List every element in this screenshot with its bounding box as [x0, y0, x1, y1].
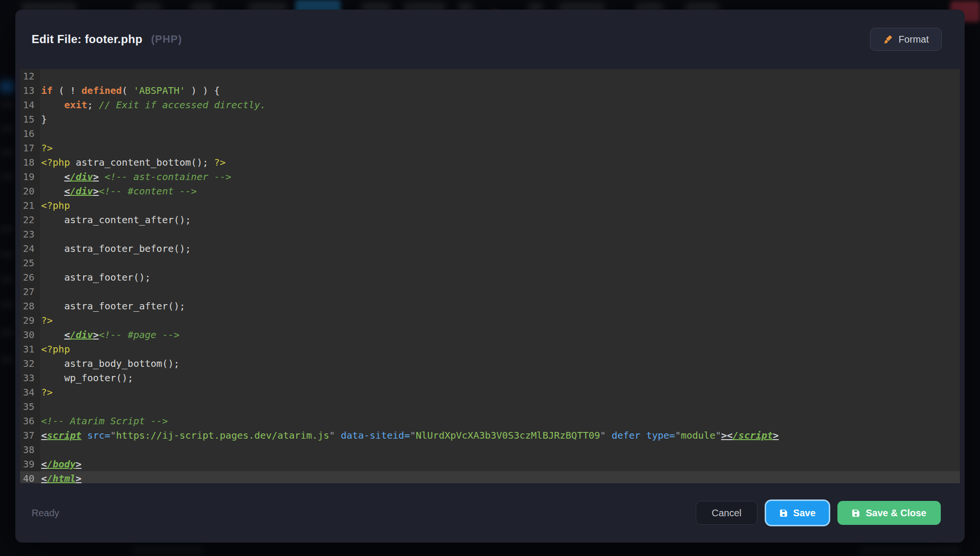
line-number: 14	[20, 98, 40, 112]
format-button[interactable]: Format	[870, 28, 942, 51]
line-number: 21	[20, 198, 40, 213]
code-line[interactable]: 31<?php	[20, 342, 960, 356]
line-content	[40, 399, 960, 414]
line-number: 17	[20, 141, 40, 155]
line-number: 25	[20, 256, 40, 270]
code-line[interactable]: 18<?php astra_content_bottom(); ?>	[20, 155, 960, 170]
line-content: astra_footer_before();	[40, 241, 960, 256]
status-text: Ready	[32, 508, 59, 519]
dialog-title: Edit File: footer.php	[32, 33, 143, 46]
code-line[interactable]: 25	[20, 256, 960, 270]
line-content: }	[40, 112, 960, 126]
line-number: 38	[20, 443, 40, 457]
line-content: </body>	[40, 457, 960, 471]
code-line[interactable]: 26 astra_footer();	[20, 270, 960, 284]
line-number: 18	[20, 155, 40, 170]
code-line[interactable]: 24 astra_footer_before();	[20, 241, 960, 256]
line-number: 35	[20, 399, 40, 414]
line-number: 22	[20, 213, 40, 227]
code-line[interactable]: 29?>	[20, 313, 960, 328]
line-number: 40	[20, 471, 40, 483]
code-line[interactable]: 21<?php	[20, 198, 960, 213]
code-line[interactable]: 13if ( ! defined( 'ABSPATH' ) ) {	[20, 83, 960, 98]
code-line[interactable]: 14 exit; // Exit if accessed directly.	[20, 98, 960, 112]
line-content: astra_footer();	[40, 270, 960, 284]
code-line[interactable]: 17?>	[20, 141, 960, 155]
save-close-button-label: Save & Close	[866, 508, 926, 519]
line-number: 29	[20, 313, 40, 328]
code-editor[interactable]: 1213if ( ! defined( 'ABSPATH' ) ) {14 ex…	[20, 69, 960, 483]
line-number: 27	[20, 284, 40, 299]
code-line[interactable]: 37<script src="https://ij-script.pages.d…	[20, 428, 960, 443]
code-line[interactable]: 35	[20, 399, 960, 414]
line-number: 12	[20, 69, 40, 83]
line-content: wp_footer();	[40, 371, 960, 385]
code-line[interactable]: 27	[20, 284, 960, 299]
code-line[interactable]: 32 astra_body_bottom();	[20, 356, 960, 371]
line-number: 30	[20, 328, 40, 342]
line-content: <?php astra_content_bottom(); ?>	[40, 155, 960, 170]
cancel-button[interactable]: Cancel	[696, 501, 757, 525]
save-close-button[interactable]: Save & Close	[837, 501, 941, 525]
line-content: </div> <!-- ast-container -->	[40, 170, 960, 184]
line-number: 13	[20, 83, 40, 98]
save-button-label: Save	[793, 508, 816, 519]
line-number: 28	[20, 299, 40, 313]
language-badge: (PHP)	[151, 33, 182, 45]
line-content: exit; // Exit if accessed directly.	[40, 98, 960, 112]
line-number: 33	[20, 371, 40, 385]
line-number: 26	[20, 270, 40, 284]
code-line[interactable]: 28 astra_footer_after();	[20, 299, 960, 313]
line-content	[40, 227, 960, 241]
line-content: ?>	[40, 385, 960, 399]
save-button[interactable]: Save	[766, 501, 829, 525]
line-content: <!-- Atarim Script -->	[40, 414, 960, 428]
line-number: 19	[20, 170, 40, 184]
code-line[interactable]: 15}	[20, 112, 960, 126]
line-content	[40, 284, 960, 299]
line-number: 34	[20, 385, 40, 399]
line-number: 36	[20, 414, 40, 428]
line-number: 31	[20, 342, 40, 356]
line-content: <?php	[40, 342, 960, 356]
edit-file-dialog: Edit File: footer.php (PHP) Format 1213i…	[15, 10, 965, 543]
line-number: 32	[20, 356, 40, 371]
line-number: 39	[20, 457, 40, 471]
floppy-disk-icon	[852, 509, 860, 517]
code-line[interactable]: 36<!-- Atarim Script -->	[20, 414, 960, 428]
line-number: 37	[20, 428, 40, 443]
code-line[interactable]: 38	[20, 443, 960, 457]
code-line[interactable]: 12	[20, 69, 960, 83]
line-number: 15	[20, 112, 40, 126]
line-number: 23	[20, 227, 40, 241]
code-line[interactable]: 40</html>	[20, 471, 960, 483]
line-content	[40, 256, 960, 270]
code-line[interactable]: 33 wp_footer();	[20, 371, 960, 385]
line-content: astra_content_after();	[40, 213, 960, 227]
line-content	[40, 443, 960, 457]
floppy-disk-icon	[780, 509, 788, 517]
code-line[interactable]: 34?>	[20, 385, 960, 399]
line-content: </html>	[40, 471, 960, 483]
code-line[interactable]: 30 </div><!-- #page -->	[20, 328, 960, 342]
line-content: <?php	[40, 198, 960, 213]
line-content: </div><!-- #content -->	[40, 184, 960, 198]
line-content: <script src="https://ij-script.pages.dev…	[40, 428, 960, 443]
code-line[interactable]: 39</body>	[20, 457, 960, 471]
code-lines: 1213if ( ! defined( 'ABSPATH' ) ) {14 ex…	[20, 69, 960, 483]
code-line[interactable]: 23	[20, 227, 960, 241]
dialog-footer: Ready Cancel Save Save & Close	[15, 483, 965, 543]
line-number: 16	[20, 126, 40, 141]
line-content: astra_body_bottom();	[40, 356, 960, 371]
code-line[interactable]: 19 </div> <!-- ast-container -->	[20, 170, 960, 184]
line-number: 20	[20, 184, 40, 198]
cancel-button-label: Cancel	[712, 508, 741, 519]
format-button-label: Format	[899, 34, 929, 45]
code-line[interactable]: 22 astra_content_after();	[20, 213, 960, 227]
line-content: if ( ! defined( 'ABSPATH' ) ) {	[40, 83, 960, 98]
code-line[interactable]: 16	[20, 126, 960, 141]
paintbrush-icon	[883, 34, 893, 45]
line-content	[40, 69, 960, 83]
code-line[interactable]: 20 </div><!-- #content -->	[20, 184, 960, 198]
line-content	[40, 126, 960, 141]
